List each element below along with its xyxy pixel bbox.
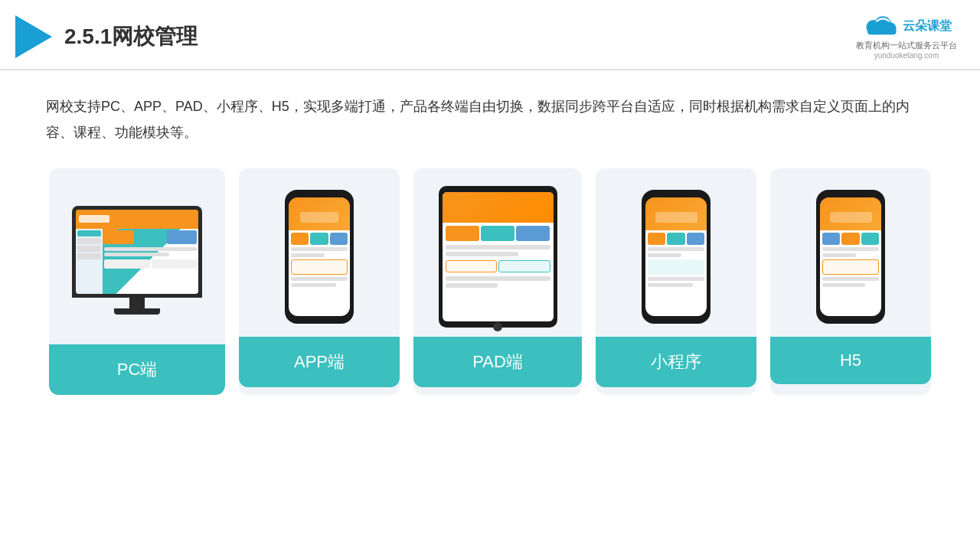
phone-h5-icon [816,190,885,324]
tablet-pad-icon [439,186,557,328]
logo-triangle-icon [15,15,52,58]
description-text: 网校支持PC、APP、PAD、小程序、H5，实现多端打通，产品各终端自由切换，数… [46,93,934,145]
page-title: 2.5.1网校管理 [64,22,198,51]
main-content: 网校支持PC、APP、PAD、小程序、H5，实现多端打通，产品各终端自由切换，数… [0,70,980,410]
card-pad: PAD端 [413,168,582,395]
card-miniprogram-label: 小程序 [596,337,756,387]
card-h5-label: H5 [770,337,931,384]
brand-section: 云朵课堂 教育机构一站式服务云平台 yunduoketang.com [856,14,957,60]
card-pc-image [49,168,225,344]
brand-logo: 云朵课堂 [861,14,952,38]
cloud-icon [861,14,898,38]
card-h5-image [770,168,931,337]
card-pc: PC端 [49,168,225,395]
header: 2.5.1网校管理 云朵课堂 教育机构一站式服务云平台 yunduoketang… [0,0,980,70]
card-pad-image [413,168,582,337]
pc-monitor-icon [72,206,202,315]
card-pc-label: PC端 [49,344,225,395]
card-app: APP端 [239,168,400,395]
phone-app-icon [285,190,354,324]
brand-url: yunduoketang.com [874,51,939,60]
card-miniprogram-image [596,168,756,337]
card-app-image [239,168,400,337]
header-left: 2.5.1网校管理 [15,15,198,58]
cards-container: PC端 [46,168,934,395]
phone-miniprogram-icon [642,190,710,324]
brand-tagline: 教育机构一站式服务云平台 [856,40,957,51]
card-pad-label: PAD端 [413,337,582,387]
card-miniprogram: 小程序 [596,168,756,395]
card-h5: H5 [770,168,931,395]
card-app-label: APP端 [239,337,400,387]
svg-rect-3 [867,28,897,34]
brand-name-cn: 云朵课堂 [903,18,952,34]
